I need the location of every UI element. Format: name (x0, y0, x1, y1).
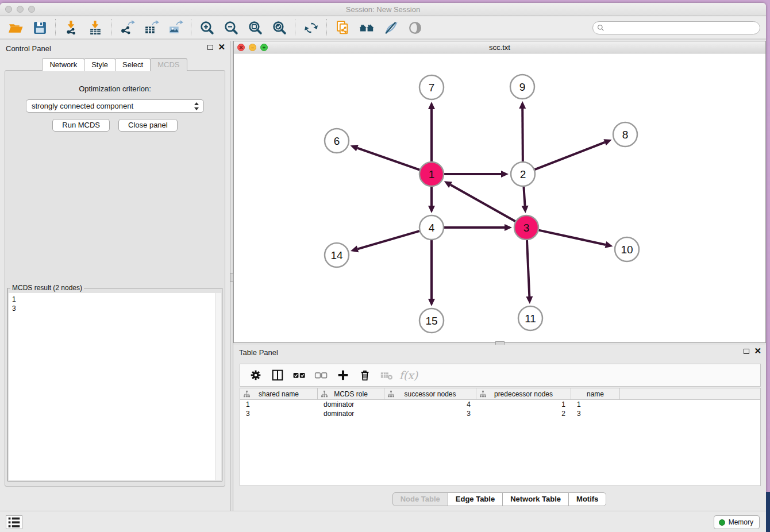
task-history-button[interactable] (6, 515, 22, 529)
network-window-controls[interactable]: ✕ – + (237, 44, 268, 51)
mcds-result-box[interactable]: 1 3 (9, 293, 221, 480)
zoom-out-icon[interactable] (219, 18, 243, 37)
node-label-10: 10 (621, 244, 633, 256)
edge-2-3[interactable] (523, 187, 525, 206)
eye-icon[interactable] (403, 18, 427, 37)
edge-3-10[interactable] (538, 230, 605, 245)
float-panel-icon[interactable] (207, 45, 213, 50)
result-scrollbar[interactable] (215, 293, 221, 480)
edge-1-6[interactable] (357, 148, 419, 170)
cell[interactable]: 4 (384, 400, 476, 409)
settings-icon[interactable] (245, 366, 267, 384)
zoom-fit-icon[interactable] (243, 18, 267, 37)
tab-network[interactable]: Network (42, 58, 84, 71)
column-header-predecessor-nodes[interactable]: predecessor nodes (476, 388, 571, 399)
tab-node-table[interactable]: Node Table (392, 492, 448, 506)
memory-status-icon (719, 519, 725, 526)
export-network-icon[interactable] (115, 18, 139, 37)
list-icon (6, 515, 22, 530)
close-panel-icon[interactable]: ✕ (218, 44, 225, 51)
columns-icon[interactable] (267, 366, 288, 384)
edge-arrow-icon (522, 206, 529, 213)
cell[interactable]: 1 (571, 400, 620, 409)
zoom-in-icon[interactable] (195, 18, 219, 37)
home-icon[interactable] (355, 18, 379, 37)
cell[interactable]: 3 (240, 409, 318, 418)
table-row-2[interactable]: 3dominator323 (240, 409, 760, 418)
export-image-icon[interactable] (163, 18, 187, 37)
cell[interactable]: 2 (476, 409, 571, 418)
table-row-1[interactable]: 1dominator411 (240, 400, 760, 409)
float-table-panel-icon[interactable] (744, 349, 749, 354)
control-panel-header: Control Panel ✕ (0, 41, 230, 56)
search-input[interactable] (605, 22, 760, 34)
edge-arrow-icon (519, 101, 526, 109)
edge-2-9[interactable] (522, 109, 523, 161)
close-panel-button[interactable]: Close panel (118, 119, 178, 132)
column-header-name[interactable]: name (571, 388, 620, 399)
cell[interactable]: 3 (571, 409, 620, 418)
deselect-all-icon[interactable] (310, 366, 332, 384)
optimization-dropdown[interactable]: strongly connected component (26, 99, 204, 113)
table-toolbar: f(x) (240, 364, 761, 387)
cell[interactable]: 1 (240, 400, 318, 409)
column-header-successor-nodes[interactable]: successor nodes (384, 388, 476, 399)
export-table-icon[interactable] (139, 18, 163, 37)
apply-layout-icon[interactable] (299, 18, 323, 37)
node-label-8: 8 (622, 129, 629, 141)
app-titlebar[interactable]: Session: New Session (0, 3, 766, 16)
app-window: Session: New Session Control Panel ✕ Net… (0, 3, 766, 532)
toolbar-separator (191, 19, 191, 36)
tab-select[interactable]: Select (115, 58, 151, 71)
edge-3-11[interactable] (527, 240, 529, 296)
edge-arrow-icon (428, 206, 435, 213)
toolbar-separator (326, 19, 327, 36)
network-titlebar[interactable]: ✕ – + scc.txt (234, 41, 765, 53)
open-session-icon[interactable] (3, 18, 28, 37)
edge-arrow-icon (526, 296, 533, 304)
table-header-row: shared nameMCDS rolesuccessor nodesprede… (240, 388, 760, 400)
node-label-2: 2 (520, 168, 526, 180)
save-session-icon[interactable] (28, 18, 52, 37)
cell[interactable]: 1 (476, 400, 571, 409)
edge-3-1[interactable] (451, 185, 515, 222)
tab-style[interactable]: Style (84, 58, 116, 71)
add-row-icon[interactable] (332, 366, 354, 384)
zoom-selected-icon[interactable] (267, 18, 291, 37)
column-header-MCDS-role[interactable]: MCDS role (318, 388, 384, 399)
memory-button[interactable]: Memory (714, 515, 760, 529)
column-header-shared-name[interactable]: shared name (240, 388, 318, 399)
delete-row-icon[interactable] (354, 366, 376, 384)
network-maximize-icon[interactable]: + (260, 44, 268, 51)
cell[interactable]: dominator (318, 409, 384, 418)
column-flow-icon (388, 391, 394, 399)
select-all-icon[interactable] (288, 366, 310, 384)
tab-edge-table[interactable]: Edge Table (448, 492, 503, 506)
network-canvas[interactable]: 1234678910111415 (234, 54, 765, 342)
search-box[interactable] (592, 21, 760, 34)
node-table[interactable]: shared nameMCDS rolesuccessor nodesprede… (240, 388, 761, 486)
import-network-icon[interactable] (59, 18, 83, 37)
mcds-result-text: 1 3 (12, 295, 16, 313)
edge-2-8[interactable] (535, 142, 605, 169)
tab-network-table[interactable]: Network Table (502, 492, 569, 506)
main-content: Control Panel ✕ NetworkStyleSelectMCDS O… (0, 41, 766, 511)
brush-icon[interactable] (379, 18, 403, 37)
cell[interactable]: dominator (318, 400, 384, 409)
copy-network-icon[interactable] (330, 18, 355, 37)
import-table-icon[interactable] (83, 18, 107, 37)
close-table-panel-icon[interactable]: ✕ (754, 348, 761, 354)
network-graph[interactable]: 1234678910111415 (234, 54, 765, 343)
tab-motifs[interactable]: Motifs (568, 492, 606, 506)
tab-mcds[interactable]: MCDS (150, 58, 187, 71)
table-panel-title: Table Panel (239, 348, 278, 357)
table-panel: Table Panel ✕ f(x) shared nameMCDS roles… (233, 345, 766, 511)
edge-4-14[interactable] (357, 231, 419, 249)
memory-label: Memory (729, 518, 753, 526)
cell[interactable]: 3 (384, 409, 476, 418)
network-close-icon[interactable]: ✕ (237, 44, 245, 51)
optimization-label: Optimization criterion: (5, 84, 225, 93)
run-mcds-button[interactable]: Run MCDS (52, 119, 110, 132)
delete-table-icon (376, 366, 398, 384)
network-minimize-icon[interactable]: – (249, 44, 256, 51)
